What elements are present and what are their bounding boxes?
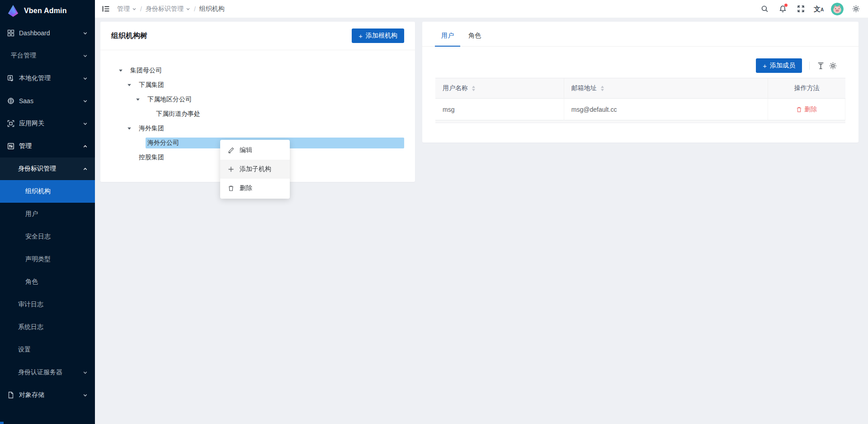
- avatar[interactable]: [831, 3, 844, 15]
- context-menu-item-label: 添加子机构: [240, 165, 271, 173]
- table-row: msgmsg@default.cc删除: [435, 99, 845, 120]
- chevron-up-icon: [83, 167, 88, 172]
- sidebar-scrollbar-thumb[interactable]: [0, 422, 4, 424]
- tree-node-label[interactable]: 下属街道办事处: [154, 109, 203, 119]
- context-menu-item-label: 编辑: [240, 146, 252, 154]
- sidebar: Vben Admin Dashboard 平台管理 本地化管理 Saas 应用网…: [0, 0, 95, 424]
- sidebar-item-用户[interactable]: 用户: [0, 203, 95, 225]
- tab-用户[interactable]: 用户: [434, 24, 461, 46]
- caret-down-icon[interactable]: [136, 97, 146, 102]
- tree-context-menu: 编辑 添加子机构 删除: [220, 140, 290, 199]
- breadcrumb-item[interactable]: 组织机构: [199, 5, 225, 13]
- fullscreen-icon[interactable]: [793, 1, 808, 17]
- sidebar-item-系统日志[interactable]: 系统日志: [0, 316, 95, 338]
- column-header-用户名称[interactable]: 用户名称: [435, 78, 564, 99]
- org-tree-header: 组织机构树 + 添加根机构: [100, 22, 415, 50]
- sidebar-item-设置[interactable]: 设置: [0, 338, 95, 361]
- translate-icon[interactable]: 文A: [811, 1, 826, 17]
- sidebar-item-对象存储[interactable]: 对象存储: [0, 384, 95, 406]
- delete-row-button[interactable]: 删除: [796, 105, 817, 114]
- breadcrumb-item[interactable]: 身份标识管理: [146, 5, 190, 13]
- context-menu-item-编辑[interactable]: 编辑: [220, 141, 290, 160]
- tree-node-海外集团: 海外集团: [118, 121, 404, 136]
- column-header-操作方法: 操作方法: [768, 78, 845, 99]
- sidebar-menu: Dashboard 平台管理 本地化管理 Saas 应用网关 管理 身份标识管理…: [0, 22, 95, 424]
- sidebar-item-应用网关[interactable]: 应用网关: [0, 112, 95, 135]
- add-root-org-button[interactable]: + 添加根机构: [352, 29, 404, 43]
- chevron-down-icon: [186, 5, 190, 13]
- chevron-down-icon: [83, 31, 88, 36]
- sidebar-item-平台管理[interactable]: 平台管理: [0, 44, 95, 67]
- plus-icon: +: [763, 62, 767, 69]
- menu-fold-icon[interactable]: [100, 3, 112, 14]
- breadcrumb-label: 身份标识管理: [146, 5, 184, 13]
- table-footer-strip: [435, 120, 845, 123]
- breadcrumb-item[interactable]: 管理: [117, 5, 137, 13]
- gateway-icon: [7, 120, 14, 127]
- chevron-down-icon: [132, 5, 137, 13]
- tree-node-label[interactable]: 控股集团: [137, 152, 167, 163]
- tree-node-下属街道办事处: 下属街道办事处: [118, 107, 404, 121]
- topbar-actions: 文A: [757, 1, 863, 17]
- sidebar-item-label: 组织机构: [25, 187, 95, 195]
- tree-node-label[interactable]: 集团母公司: [128, 65, 165, 76]
- cell-email: msg@default.cc: [564, 99, 769, 120]
- sidebar-item-label: 用户: [25, 210, 95, 218]
- tree-node-下属地区分公司: 下属地区分公司: [118, 92, 404, 107]
- table-settings-gear-icon[interactable]: [829, 62, 837, 70]
- search-icon[interactable]: [757, 1, 772, 17]
- sort-carets-icon[interactable]: [472, 86, 476, 91]
- sidebar-item-审计日志[interactable]: 审计日志: [0, 293, 95, 316]
- notification-bell-icon[interactable]: [775, 1, 790, 17]
- sidebar-item-管理[interactable]: 管理: [0, 135, 95, 157]
- sidebar-item-安全日志[interactable]: 安全日志: [0, 225, 95, 248]
- cell-user-name: msg: [435, 99, 564, 120]
- chevron-down-icon: [83, 99, 88, 104]
- sidebar-item-身份认证服务器[interactable]: 身份认证服务器: [0, 361, 95, 384]
- org-tree-title: 组织机构树: [111, 31, 147, 41]
- sidebar-item-label: 角色: [25, 278, 95, 286]
- column-header-邮箱地址[interactable]: 邮箱地址: [564, 78, 769, 99]
- dashboard-icon: [7, 29, 14, 37]
- column-header-label: 操作方法: [794, 84, 820, 92]
- add-member-button[interactable]: + 添加成员: [756, 58, 802, 73]
- members-table: 用户名称邮箱地址操作方法 msgmsg@default.cc删除: [435, 78, 845, 123]
- localization-icon: [7, 75, 14, 82]
- column-header-label: 邮箱地址: [571, 84, 597, 92]
- breadcrumb-label: 管理: [117, 5, 130, 13]
- delete-label: 删除: [804, 105, 817, 114]
- app-title: Vben Admin: [24, 7, 67, 15]
- sidebar-item-Saas[interactable]: Saas: [0, 90, 95, 112]
- sidebar-item-角色[interactable]: 角色: [0, 271, 95, 293]
- cell-actions: 删除: [768, 99, 845, 120]
- app-logo[interactable]: Vben Admin: [0, 0, 95, 22]
- tree-node-label[interactable]: 海外集团: [137, 123, 167, 134]
- chevron-down-icon: [83, 393, 88, 398]
- breadcrumb: 管理/身份标识管理/组织机构: [117, 5, 225, 13]
- saas-icon: [7, 97, 14, 105]
- storage-icon: [7, 391, 14, 399]
- sidebar-item-声明类型[interactable]: 声明类型: [0, 248, 95, 271]
- sort-carets-icon[interactable]: [600, 86, 604, 91]
- sidebar-item-Dashboard[interactable]: Dashboard: [0, 22, 95, 44]
- caret-down-icon[interactable]: [127, 126, 137, 131]
- tree-node-label[interactable]: 下属集团: [137, 80, 167, 91]
- sidebar-item-本地化管理[interactable]: 本地化管理: [0, 67, 95, 90]
- context-menu-item-label: 删除: [240, 184, 252, 192]
- tree-node-label[interactable]: 下属地区分公司: [146, 94, 194, 105]
- tree-node-集团母公司: 集团母公司: [118, 63, 404, 78]
- sidebar-item-组织机构[interactable]: 组织机构: [0, 180, 95, 203]
- edit-icon: [228, 147, 234, 153]
- sidebar-item-身份标识管理[interactable]: 身份标识管理: [0, 157, 95, 180]
- context-menu-item-删除[interactable]: 删除: [220, 179, 290, 198]
- manage-icon: [7, 143, 14, 150]
- settings-gear-icon[interactable]: [848, 1, 863, 17]
- trash-icon: [796, 106, 802, 113]
- caret-down-icon[interactable]: [118, 68, 128, 73]
- breadcrumb-separator: /: [140, 5, 142, 13]
- caret-down-icon[interactable]: [127, 83, 137, 87]
- members-toolbar: + 添加成员: [422, 47, 859, 73]
- tab-角色[interactable]: 角色: [461, 24, 488, 46]
- context-menu-item-添加子机构[interactable]: 添加子机构: [220, 160, 290, 179]
- row-height-icon[interactable]: [817, 62, 825, 70]
